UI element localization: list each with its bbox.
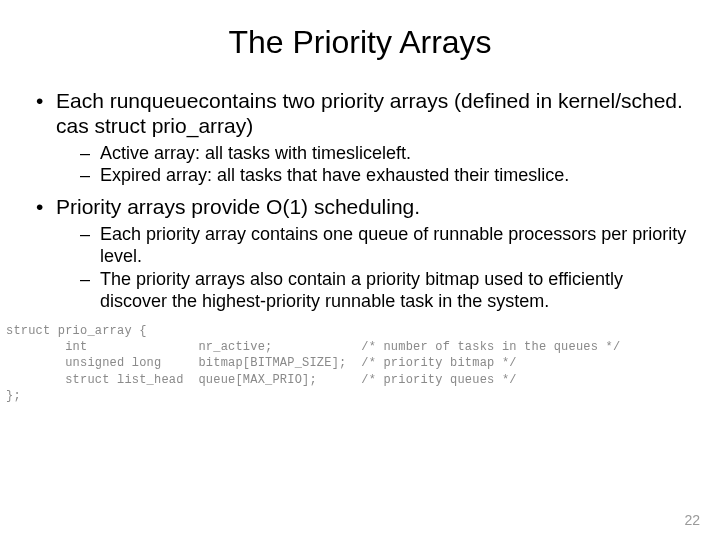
sub-list: Each priority array contains one queue o… [56, 224, 692, 313]
list-item: The priority arrays also contain a prior… [56, 269, 692, 313]
list-item: Priority arrays provide O(1) scheduling.… [28, 195, 692, 313]
slide: The Priority Arrays Each runqueuecontain… [0, 0, 720, 540]
content-area: Each runqueuecontains two priority array… [0, 89, 720, 313]
list-item: Active array: all tasks with timeslicele… [56, 143, 692, 165]
list-item: Each priority array contains one queue o… [56, 224, 692, 268]
sub-list: Active array: all tasks with timeslicele… [56, 143, 692, 188]
list-item: Expired array: all tasks that have exhau… [56, 165, 692, 187]
sub-bullet-text: Each priority array contains one queue o… [100, 224, 686, 266]
bullet-list: Each runqueuecontains two priority array… [28, 89, 692, 313]
sub-bullet-text: Active array: all tasks with timeslicele… [100, 143, 411, 163]
page-title: The Priority Arrays [0, 0, 720, 89]
sub-bullet-text: The priority arrays also contain a prior… [100, 269, 623, 311]
list-item: Each runqueuecontains two priority array… [28, 89, 692, 187]
page-number: 22 [684, 512, 700, 528]
bullet-text: Priority arrays provide O(1) scheduling. [56, 195, 420, 218]
sub-bullet-text: Expired array: all tasks that have exhau… [100, 165, 569, 185]
bullet-text: Each runqueuecontains two priority array… [56, 89, 683, 137]
code-block: struct prio_array { int nr_active; /* nu… [0, 321, 720, 406]
